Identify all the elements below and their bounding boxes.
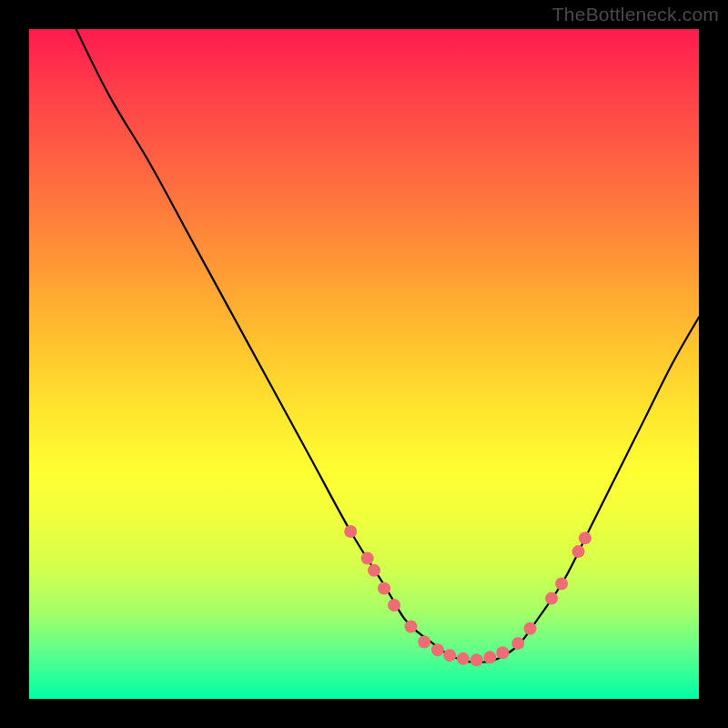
data-marker <box>572 545 585 558</box>
data-marker <box>555 577 568 590</box>
watermark-text: TheBottleneck.com <box>552 4 719 25</box>
data-marker <box>368 564 380 577</box>
plot-area <box>29 29 699 699</box>
data-marker <box>511 637 524 650</box>
chart-svg <box>29 29 699 699</box>
data-marker <box>344 525 357 538</box>
data-marker <box>470 653 483 666</box>
data-marker <box>378 582 390 595</box>
data-marker <box>524 622 537 635</box>
data-marker <box>431 643 444 656</box>
data-marker <box>545 592 558 605</box>
data-marker <box>361 551 374 564</box>
data-marker <box>483 651 496 663</box>
data-marker <box>405 621 418 633</box>
data-marker <box>443 649 456 662</box>
chart-frame: TheBottleneck.com <box>0 0 728 728</box>
data-marker <box>496 646 509 659</box>
data-marker <box>418 635 430 648</box>
data-marker <box>579 531 592 544</box>
marker-group <box>344 525 592 666</box>
bottleneck-curve <box>76 29 699 662</box>
data-marker <box>457 652 470 665</box>
data-marker <box>388 599 400 612</box>
